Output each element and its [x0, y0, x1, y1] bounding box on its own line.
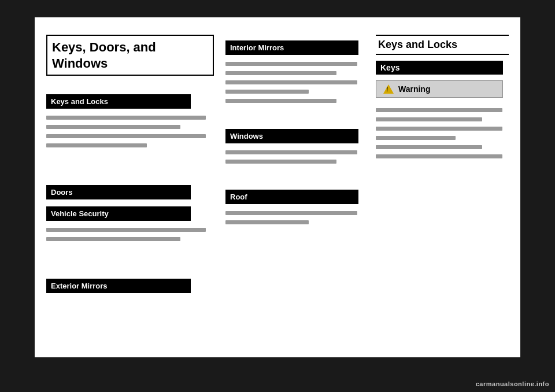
- watermark: carmanualsonline.info: [476, 380, 549, 387]
- text-line: [225, 80, 357, 84]
- text-line: [225, 99, 336, 103]
- exterior-mirrors-label: Exterior Mirrors: [46, 279, 191, 293]
- body-text-left-1: [46, 116, 214, 150]
- text-line: [225, 90, 309, 94]
- vehicle-security-label: Vehicle Security: [46, 206, 191, 221]
- text-line: [225, 211, 357, 215]
- text-line: [225, 71, 336, 75]
- body-text-mid-1: [225, 62, 364, 106]
- middle-column: Interior Mirrors Windows Roof: [220, 35, 370, 340]
- interior-mirrors-label: Interior Mirrors: [225, 40, 358, 55]
- keys-locks-label: Keys and Locks: [46, 94, 191, 109]
- text-line: [225, 62, 357, 66]
- text-line: [46, 134, 206, 138]
- right-column: Keys and Locks Keys Warning: [370, 35, 509, 340]
- text-line: [376, 108, 502, 112]
- text-line: [225, 160, 336, 164]
- body-text-mid-3: [225, 211, 364, 227]
- left-column: Keys, Doors, and Windows Keys and Locks …: [46, 35, 220, 340]
- body-text-left-2: [46, 228, 214, 244]
- warning-text: Warning: [398, 84, 430, 94]
- doors-label: Doors: [46, 185, 191, 199]
- warning-triangle-icon: [383, 84, 394, 94]
- body-text-mid-2: [225, 150, 364, 167]
- text-line: [225, 150, 357, 154]
- text-line: [46, 116, 206, 120]
- text-line: [376, 127, 502, 131]
- keys-sub-label: Keys: [376, 61, 503, 75]
- text-line: [225, 220, 309, 224]
- warning-badge: Warning: [376, 80, 503, 98]
- main-title: Keys, Doors, and Windows: [46, 35, 214, 76]
- page-content: Keys, Doors, and Windows Keys and Locks …: [35, 17, 520, 357]
- right-main-title: Keys and Locks: [376, 35, 509, 55]
- text-line: [46, 228, 206, 232]
- text-line: [376, 117, 482, 121]
- body-text-right: [376, 108, 509, 161]
- text-line: [376, 136, 456, 140]
- roof-label: Roof: [225, 190, 358, 204]
- text-line: [46, 143, 147, 147]
- text-line: [46, 125, 180, 129]
- text-line: [46, 237, 180, 241]
- text-line: [376, 154, 502, 158]
- windows-label: Windows: [225, 129, 358, 143]
- text-line: [376, 145, 482, 149]
